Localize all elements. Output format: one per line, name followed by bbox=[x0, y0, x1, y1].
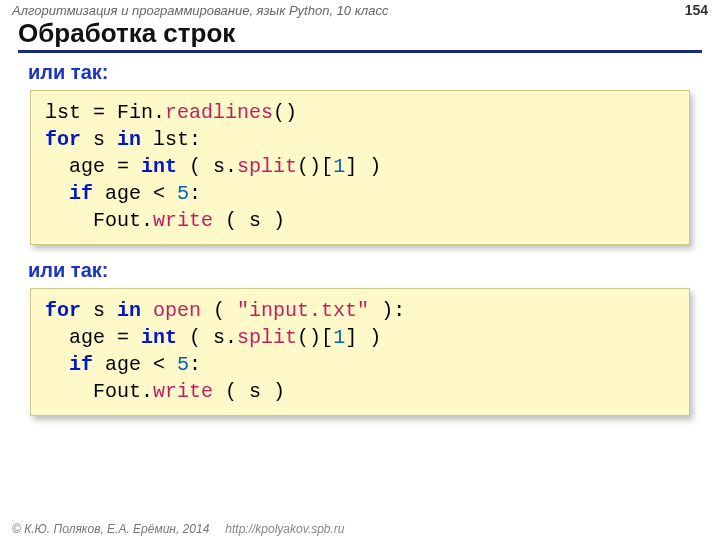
code-text: age bbox=[45, 155, 105, 178]
code-text: age bbox=[93, 182, 141, 205]
code-text: lst bbox=[45, 101, 81, 124]
code-block-1: lst = Fin.readlines() for s in lst: age … bbox=[30, 90, 690, 245]
code-text: = bbox=[93, 101, 105, 124]
code-text: = bbox=[117, 155, 129, 178]
code-kw: in bbox=[117, 299, 141, 322]
code-text: ( bbox=[201, 299, 237, 322]
code-kw: for bbox=[45, 299, 81, 322]
subhead-1: или так: bbox=[28, 61, 698, 84]
code-kw: for bbox=[45, 128, 81, 151]
code-text: : bbox=[189, 182, 201, 205]
code-text: ()[ bbox=[297, 326, 333, 349]
code-text: = bbox=[117, 326, 129, 349]
page-number: 154 bbox=[685, 2, 708, 18]
code-text: ( s ) bbox=[213, 209, 285, 232]
code-text: : bbox=[189, 353, 201, 376]
code-text: < bbox=[153, 182, 165, 205]
code-text: ( s. bbox=[177, 326, 237, 349]
code-text: ] ) bbox=[345, 155, 381, 178]
code-fn: open bbox=[153, 299, 201, 322]
code-text bbox=[45, 353, 69, 376]
code-block-2: for s in open ( "input.txt" ): age = int… bbox=[30, 288, 690, 416]
footer-url: http://kpolyakov.spb.ru bbox=[225, 522, 344, 536]
code-str: "input.txt" bbox=[237, 299, 369, 322]
code-text: s bbox=[81, 299, 117, 322]
code-text: age bbox=[93, 353, 141, 376]
page-title: Обработка строк bbox=[18, 19, 702, 53]
code-num: 5 bbox=[177, 182, 189, 205]
code-text: age bbox=[45, 326, 105, 349]
code-num: 1 bbox=[333, 155, 345, 178]
code-text: Fin. bbox=[117, 101, 165, 124]
code-kw: if bbox=[69, 353, 93, 376]
code-text: ): bbox=[369, 299, 405, 322]
code-text: () bbox=[273, 101, 297, 124]
subhead-2: или так: bbox=[28, 259, 698, 282]
code-text: ] ) bbox=[345, 326, 381, 349]
code-text: < bbox=[153, 353, 165, 376]
code-fn: split bbox=[237, 326, 297, 349]
code-text bbox=[141, 299, 153, 322]
code-text: Fout. bbox=[45, 209, 153, 232]
code-fn: write bbox=[153, 380, 213, 403]
code-text: s bbox=[81, 128, 117, 151]
slide-footer: © К.Ю. Поляков, Е.А. Ерёмин, 2014 http:/… bbox=[0, 519, 720, 540]
code-num: 5 bbox=[177, 353, 189, 376]
code-kw: int bbox=[141, 155, 177, 178]
code-text: ( s. bbox=[177, 155, 237, 178]
code-text: Fout. bbox=[45, 380, 153, 403]
title-bar: Обработка строк bbox=[0, 19, 720, 55]
code-kw: if bbox=[69, 182, 93, 205]
code-num: 1 bbox=[333, 326, 345, 349]
code-text: ( s ) bbox=[213, 380, 285, 403]
code-kw: in bbox=[117, 128, 141, 151]
copyright-text: © К.Ю. Поляков, Е.А. Ерёмин, 2014 bbox=[12, 522, 209, 536]
course-title: Алгоритмизация и программирование, язык … bbox=[12, 3, 388, 18]
code-text: ()[ bbox=[297, 155, 333, 178]
code-fn: readlines bbox=[165, 101, 273, 124]
code-text: lst: bbox=[141, 128, 201, 151]
slide-header: Алгоритмизация и программирование, язык … bbox=[0, 0, 720, 19]
code-fn: split bbox=[237, 155, 297, 178]
code-fn: write bbox=[153, 209, 213, 232]
code-kw: int bbox=[141, 326, 177, 349]
code-text bbox=[45, 182, 69, 205]
slide-content: или так: lst = Fin.readlines() for s in … bbox=[0, 55, 720, 416]
